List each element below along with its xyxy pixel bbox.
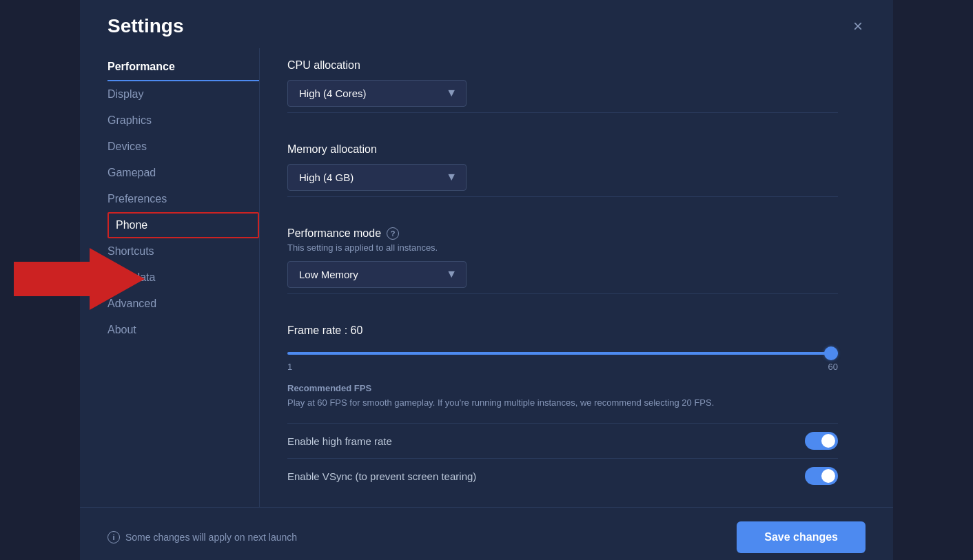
cpu-allocation-label: CPU allocation (287, 59, 838, 72)
sidebar-item-display[interactable]: Display (107, 81, 259, 107)
slider-max-label: 60 (828, 362, 838, 372)
memory-allocation-section: Memory allocation Low (1 GB) Medium (2 G… (287, 132, 838, 197)
performance-mode-description: This setting is applied to all instances… (287, 242, 838, 253)
save-changes-button[interactable]: Save changes (737, 521, 866, 553)
vsync-toggle[interactable] (805, 467, 838, 485)
cpu-allocation-select[interactable]: Low (1 Core) Medium (2 Cores) High (4 Co… (287, 80, 467, 107)
perf-mode-divider (287, 293, 838, 294)
footer-info-icon: i (107, 531, 120, 543)
slider-range: 1 60 (287, 362, 838, 372)
fps-recommended-description: Play at 60 FPS for smooth gameplay. If y… (287, 396, 838, 410)
fps-recommended-title: Recommended FPS (287, 383, 838, 393)
vsync-toggle-slider (805, 467, 838, 485)
sidebar-item-shortcuts[interactable]: Shortcuts (107, 238, 259, 265)
frame-rate-slider[interactable] (287, 352, 838, 355)
memory-allocation-select[interactable]: Low (1 GB) Medium (2 GB) High (4 GB) Ult… (287, 164, 467, 191)
slider-min-label: 1 (287, 362, 292, 372)
cpu-allocation-select-wrapper: Low (1 Core) Medium (2 Cores) High (4 Co… (287, 80, 467, 107)
memory-divider (287, 196, 838, 197)
cpu-divider (287, 112, 838, 113)
sidebar-item-user-data[interactable]: User data (107, 265, 259, 291)
frame-rate-label: Frame rate : 60 (287, 324, 838, 337)
close-button[interactable]: × (850, 15, 866, 37)
performance-mode-header: Performance mode ? (287, 227, 838, 240)
sidebar-item-advanced[interactable]: Advanced (107, 291, 259, 317)
vsync-row: Enable VSync (to prevent screen tearing) (287, 458, 838, 493)
settings-dialog: Settings × Performance Display Graphics … (80, 0, 893, 560)
sidebar-item-performance[interactable]: Performance (107, 54, 259, 81)
frame-rate-section: Frame rate : 60 1 60 Recommended FPS Pla… (287, 313, 838, 494)
frame-rate-slider-container (287, 345, 838, 357)
sidebar-item-gamepad[interactable]: Gamepad (107, 160, 259, 186)
sidebar-item-preferences[interactable]: Preferences (107, 186, 259, 212)
content-area: CPU allocation Low (1 Core) Medium (2 Co… (259, 48, 866, 508)
performance-mode-section: Performance mode ? This setting is appli… (287, 216, 838, 294)
high-frame-rate-row: Enable high frame rate (287, 423, 838, 458)
sidebar-item-graphics[interactable]: Graphics (107, 107, 259, 134)
performance-mode-select-wrapper: Low Memory Balanced High Performance ▼ (287, 261, 467, 288)
sidebar-item-phone[interactable]: Phone (107, 212, 259, 238)
dialog-footer: i Some changes will apply on next launch… (80, 507, 893, 560)
memory-allocation-select-wrapper: Low (1 GB) Medium (2 GB) High (4 GB) Ult… (287, 164, 467, 191)
footer-note: i Some changes will apply on next launch (107, 531, 297, 543)
performance-mode-help-icon[interactable]: ? (387, 227, 399, 240)
performance-mode-select[interactable]: Low Memory Balanced High Performance (287, 261, 467, 288)
sidebar: Performance Display Graphics Devices Gam… (107, 48, 259, 508)
sidebar-item-devices[interactable]: Devices (107, 134, 259, 160)
vsync-label: Enable VSync (to prevent screen tearing) (287, 470, 476, 482)
high-frame-rate-toggle-slider (805, 432, 838, 450)
dialog-body: Performance Display Graphics Devices Gam… (80, 48, 893, 508)
high-frame-rate-label: Enable high frame rate (287, 435, 392, 447)
dialog-title: Settings (107, 15, 183, 37)
cpu-allocation-section: CPU allocation Low (1 Core) Medium (2 Co… (287, 48, 838, 113)
footer-note-text: Some changes will apply on next launch (125, 532, 297, 543)
dialog-header: Settings × (80, 0, 893, 48)
high-frame-rate-toggle[interactable] (805, 432, 838, 450)
sidebar-item-about[interactable]: About (107, 317, 259, 343)
performance-mode-label: Performance mode (287, 227, 381, 240)
memory-allocation-label: Memory allocation (287, 143, 838, 156)
